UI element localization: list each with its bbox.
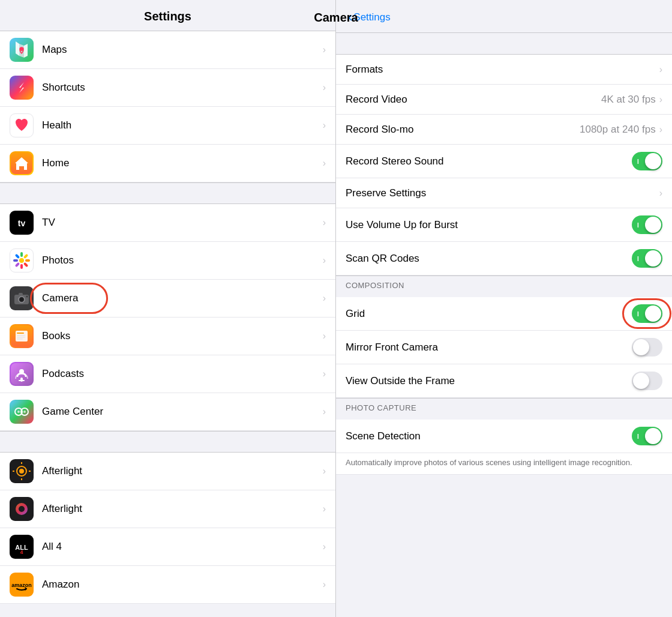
toggle-knob — [633, 339, 649, 355]
cam-item-scene-detection[interactable]: Scene DetectionI — [336, 420, 672, 453]
toggle-i-label: I — [637, 221, 639, 228]
right-title: Camera — [314, 11, 358, 25]
cam-item-record-slomo[interactable]: Record Slo-mo1080p at 240 fps› — [336, 115, 672, 145]
settings-item-maps[interactable]: Maps› — [0, 31, 335, 69]
settings-item-shortcuts[interactable]: Shortcuts› — [0, 69, 335, 107]
cam-section-main: Formats›Record Video4K at 30 fps›Record … — [336, 55, 672, 275]
settings-item-afterlight1[interactable]: Afterlight› — [0, 453, 335, 490]
cam-label-record-video: Record Video — [346, 94, 601, 106]
toggle-view-outside[interactable] — [632, 372, 662, 390]
toggle-knob — [645, 250, 661, 266]
svg-point-36 — [17, 411, 20, 413]
chevron-icon: › — [323, 331, 326, 342]
cam-item-volume-burst[interactable]: Use Volume Up for BurstI — [336, 208, 672, 242]
toggle-i-label: I — [637, 310, 639, 317]
svg-point-40 — [19, 469, 24, 474]
toggle-i-label: I — [637, 255, 639, 262]
cam-label-scene-detection: Scene Detection — [346, 430, 632, 442]
cam-label-mirror-front: Mirror Front Camera — [346, 342, 632, 354]
settings-item-podcasts[interactable]: Podcasts› — [0, 355, 335, 393]
top-divider — [336, 33, 672, 55]
svg-rect-9 — [25, 259, 30, 262]
toggle-mirror-front[interactable] — [632, 338, 662, 357]
chevron-icon: › — [323, 293, 326, 304]
item-label-tv: TV — [42, 217, 323, 229]
grid-toggle-wrapper: I — [632, 304, 662, 323]
settings-item-gamecenter[interactable]: Game Center› — [0, 393, 335, 431]
cam-value-record-slomo: 1080p at 240 fps — [580, 124, 656, 136]
cam-chevron-icon: › — [659, 64, 662, 75]
camera-highlight-circle — [30, 283, 108, 314]
settings-item-camera[interactable]: Camera› — [0, 280, 335, 318]
cam-item-scan-qr[interactable]: Scan QR CodesI — [336, 242, 672, 275]
left-header: Settings — [0, 0, 335, 31]
settings-item-health[interactable]: Health› — [0, 107, 335, 145]
settings-item-afterlight2[interactable]: Afterlight› — [0, 490, 335, 528]
svg-point-8 — [19, 258, 24, 263]
cam-section-composition: GridIMirror Front CameraView Outside the… — [336, 297, 672, 398]
settings-item-home[interactable]: Home› — [0, 145, 335, 182]
cam-chevron-icon: › — [659, 124, 662, 135]
cam-item-view-outside[interactable]: View Outside the Frame — [336, 364, 672, 398]
toggle-knob — [645, 153, 661, 169]
settings-item-photos[interactable]: Photos› — [0, 242, 335, 280]
cam-label-volume-burst: Use Volume Up for Burst — [346, 219, 632, 231]
settings-item-tv[interactable]: tv TV› — [0, 204, 335, 242]
photos-icon — [10, 248, 34, 272]
gamecenter-icon — [10, 400, 34, 424]
maps-icon — [10, 38, 34, 62]
camera-settings: Formats›Record Video4K at 30 fps›Record … — [336, 55, 672, 617]
cam-label-view-outside: View Outside the Frame — [346, 375, 632, 387]
cam-item-mirror-front[interactable]: Mirror Front Camera — [336, 331, 672, 364]
toggle-knob — [645, 428, 661, 444]
svg-rect-27 — [17, 337, 25, 338]
cam-label-record-stereo: Record Stereo Sound — [346, 155, 632, 167]
svg-rect-28 — [17, 339, 23, 340]
settings-item-books[interactable]: Books› — [0, 318, 335, 355]
toggle-grid[interactable]: I — [632, 304, 662, 323]
svg-rect-24 — [16, 331, 28, 342]
svg-rect-32 — [19, 380, 25, 381]
svg-rect-11 — [20, 264, 23, 269]
svg-rect-25 — [17, 333, 24, 334]
cam-item-preserve[interactable]: Preserve Settings› — [336, 178, 672, 208]
chevron-icon: › — [323, 120, 326, 131]
back-label: Settings — [353, 11, 390, 23]
chevron-icon: › — [323, 217, 326, 228]
item-label-photos: Photos — [42, 254, 323, 266]
cam-item-grid[interactable]: GridI — [336, 297, 672, 331]
cam-item-formats[interactable]: Formats› — [336, 55, 672, 85]
cam-chevron-icon: › — [659, 94, 662, 105]
settings-list: Maps› Shortcuts› Health› Home› tv TV› — [0, 31, 335, 604]
cam-description-scene-description: Automatically improve photos of various … — [336, 453, 672, 475]
svg-rect-13 — [13, 259, 18, 262]
section-header-composition: COMPOSITION — [336, 275, 672, 297]
health-icon — [10, 113, 34, 137]
item-label-afterlight2: Afterlight — [42, 503, 323, 515]
cam-item-record-stereo[interactable]: Record Stereo SoundI — [336, 145, 672, 178]
svg-rect-21 — [19, 293, 23, 295]
item-label-shortcuts: Shortcuts — [42, 82, 323, 94]
cam-chevron-icon: › — [659, 188, 662, 199]
chevron-icon: › — [323, 579, 326, 590]
toggle-volume-burst[interactable]: I — [632, 215, 662, 234]
item-label-maps: Maps — [42, 44, 323, 56]
settings-item-all4[interactable]: ALL 4 All 4› — [0, 528, 335, 566]
chevron-icon: › — [323, 82, 326, 93]
svg-text:amazon: amazon — [11, 582, 32, 588]
cam-value-record-video: 4K at 30 fps — [601, 94, 656, 106]
cam-label-record-slomo: Record Slo-mo — [346, 124, 580, 136]
settings-item-amazon[interactable]: amazon Amazon› — [0, 566, 335, 604]
svg-text:4: 4 — [20, 549, 23, 555]
item-label-home: Home — [42, 157, 323, 169]
section-divider — [0, 182, 335, 204]
toggle-knob — [633, 373, 649, 389]
toggle-record-stereo[interactable]: I — [632, 152, 662, 170]
chevron-icon: › — [323, 158, 326, 169]
left-title: Settings — [0, 10, 335, 23]
toggle-scan-qr[interactable]: I — [632, 249, 662, 268]
cam-item-record-video[interactable]: Record Video4K at 30 fps› — [336, 85, 672, 115]
cam-section-photo-capture: Scene DetectionIAutomatically improve ph… — [336, 420, 672, 475]
chevron-icon: › — [323, 44, 326, 55]
toggle-scene-detection[interactable]: I — [632, 427, 662, 445]
